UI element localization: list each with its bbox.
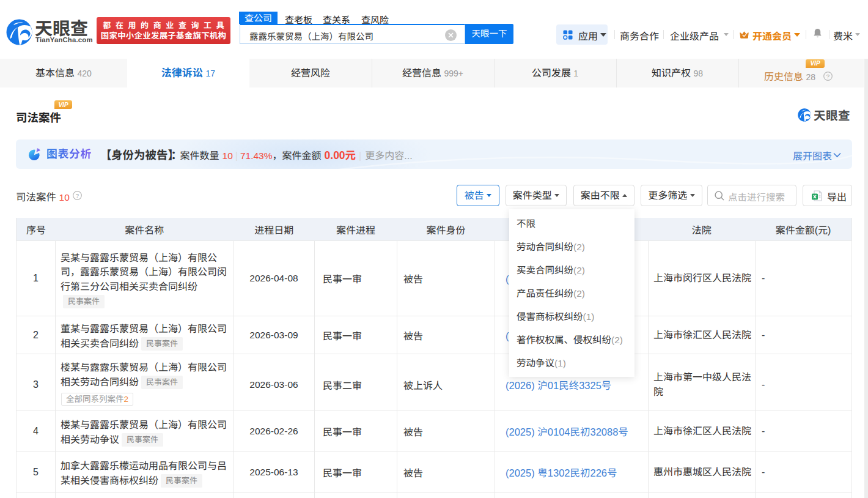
svg-text:?: ? xyxy=(76,192,79,199)
svg-text:?: ? xyxy=(826,73,829,80)
